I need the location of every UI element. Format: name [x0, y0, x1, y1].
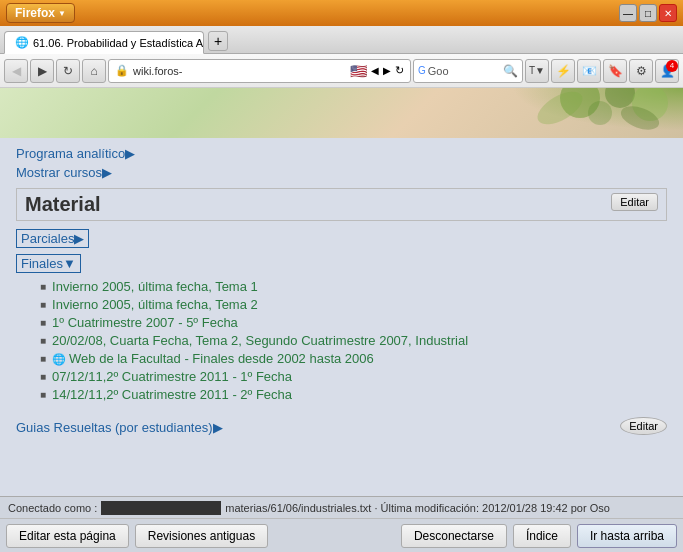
search-text: Goo: [428, 65, 449, 77]
content-area: Programa analítico▶ Mostrar cursos▶ Edit…: [0, 138, 683, 496]
bullet-icon: ■: [40, 317, 46, 328]
svg-point-3: [588, 101, 612, 125]
edit-top-button[interactable]: Editar: [611, 193, 658, 211]
address-text: wiki.foros-: [133, 65, 346, 77]
home-button[interactable]: ⌂: [82, 59, 106, 83]
app-window: Firefox ▼ — □ ✕ 🌐 61.06. Probabilidad y …: [0, 0, 683, 552]
forward-button[interactable]: ▶: [30, 59, 54, 83]
section-title: Material: [25, 193, 101, 215]
search-engine-icon: G: [418, 65, 426, 76]
editar-pagina-button[interactable]: Editar esta página: [6, 524, 129, 548]
list-item: ■ Web de la Facultad - Finales desde 200…: [40, 351, 667, 366]
firefox-label: Firefox: [15, 6, 55, 20]
navigation-bar: ◀ ▶ ↻ ⌂ 🔒 wiki.foros- 🇺🇸 ◀ ▶ ↻ G Goo 🔍 T…: [0, 54, 683, 88]
reload-small: ↻: [395, 64, 404, 77]
finales-link[interactable]: Finales▼: [16, 254, 81, 273]
tab-favicon: 🌐: [15, 36, 29, 49]
bullet-icon: ■: [40, 299, 46, 310]
status-bar: Conectado como : materias/61/06/industri…: [0, 496, 683, 518]
search-bar[interactable]: G Goo 🔍: [413, 59, 523, 83]
window-controls: — □ ✕: [619, 4, 677, 22]
minimize-button[interactable]: —: [619, 4, 637, 22]
list-item: ■ 07/12/11,2º Cuatrimestre 2011 - 1º Fec…: [40, 369, 667, 384]
new-tab-button[interactable]: +: [208, 31, 228, 51]
translate-btn[interactable]: T▼: [525, 59, 549, 83]
parciales-subsection: Parciales▶: [16, 229, 667, 248]
svg-point-1: [605, 88, 635, 108]
edit-bottom-container: Editar: [620, 413, 667, 435]
material-section: Editar Material: [16, 188, 667, 221]
nav-arrow-2: ▶: [383, 65, 391, 76]
list-item: ■ 20/02/08, Cuarta Fecha, Tema 2, Segund…: [40, 333, 667, 348]
reload-button[interactable]: ↻: [56, 59, 80, 83]
ir-hasta-arriba-button[interactable]: Ir hasta arriba: [577, 524, 677, 548]
firefox-menu-button[interactable]: Firefox ▼: [6, 3, 75, 23]
item-link-2[interactable]: 1º Cuatrimestre 2007 - 5º Fecha: [52, 315, 238, 330]
page-content: Programa analítico▶ Mostrar cursos▶ Edit…: [0, 138, 683, 496]
tools-btn-1[interactable]: ⚡: [551, 59, 575, 83]
back-button[interactable]: ◀: [4, 59, 28, 83]
tools-btn-2[interactable]: 📧: [577, 59, 601, 83]
search-icon[interactable]: 🔍: [503, 64, 518, 78]
tab-title: 61.06. Probabilidad y Estadística A (ind…: [33, 37, 204, 49]
list-item: ■ Invierno 2005, última fecha, Tema 1: [40, 279, 667, 294]
finales-subsection: Finales▼: [16, 254, 667, 273]
list-item: ■ Invierno 2005, última fecha, Tema 2: [40, 297, 667, 312]
tools-btn-4[interactable]: ⚙: [629, 59, 653, 83]
bottom-bar: Editar esta página Revisiones antiguas D…: [0, 518, 683, 552]
list-item: ■ 14/12/11,2º Cuatrimestre 2011 - 2º Fec…: [40, 387, 667, 402]
active-tab[interactable]: 🌐 61.06. Probabilidad y Estadística A (i…: [4, 31, 204, 54]
banner-svg: [0, 88, 683, 138]
tools-btn-3[interactable]: 🔖: [603, 59, 627, 83]
finales-items-list: ■ Invierno 2005, última fecha, Tema 1 ■ …: [40, 279, 667, 402]
parciales-link[interactable]: Parciales▶: [16, 229, 89, 248]
tab-bar: 🌐 61.06. Probabilidad y Estadística A (i…: [0, 26, 683, 54]
top-nav-links: Programa analítico▶ Mostrar cursos▶: [16, 146, 667, 180]
bullet-icon: ■: [40, 335, 46, 346]
programa-analitico-link[interactable]: Programa analítico▶: [16, 146, 667, 161]
item-link-0[interactable]: Invierno 2005, última fecha, Tema 1: [52, 279, 258, 294]
revisiones-button[interactable]: Revisiones antiguas: [135, 524, 268, 548]
page-banner: [0, 88, 683, 138]
item-link-4[interactable]: Web de la Facultad - Finales desde 2002 …: [52, 351, 374, 366]
mostrar-cursos-link[interactable]: Mostrar cursos▶: [16, 165, 667, 180]
nav-arrow-1: ◀: [371, 65, 379, 76]
bullet-icon: ■: [40, 389, 46, 400]
close-button[interactable]: ✕: [659, 4, 677, 22]
titlebar: Firefox ▼ — □ ✕: [0, 0, 683, 26]
lock-icon: 🔒: [115, 64, 129, 77]
connected-label: Conectado como :: [8, 502, 97, 514]
bullet-icon: ■: [40, 281, 46, 292]
address-bar[interactable]: 🔒 wiki.foros- 🇺🇸 ◀ ▶ ↻: [108, 59, 411, 83]
flag-icon: 🇺🇸: [350, 63, 367, 79]
bullet-icon: ■: [40, 353, 46, 364]
edit-bottom-button[interactable]: Editar: [620, 417, 667, 435]
item-link-3[interactable]: 20/02/08, Cuarta Fecha, Tema 2, Segundo …: [52, 333, 468, 348]
username-field: [101, 501, 221, 515]
firefox-menu-arrow: ▼: [58, 9, 66, 18]
desconectarse-button[interactable]: Desconectarse: [401, 524, 507, 548]
item-link-5[interactable]: 07/12/11,2º Cuatrimestre 2011 - 1º Fecha: [52, 369, 292, 384]
list-item: ■ 1º Cuatrimestre 2007 - 5º Fecha: [40, 315, 667, 330]
indice-button[interactable]: Índice: [513, 524, 571, 548]
notifications-btn[interactable]: 👤4: [655, 59, 679, 83]
item-link-6[interactable]: 14/12/11,2º Cuatrimestre 2011 - 2º Fecha: [52, 387, 292, 402]
maximize-button[interactable]: □: [639, 4, 657, 22]
bullet-icon: ■: [40, 371, 46, 382]
item-link-1[interactable]: Invierno 2005, última fecha, Tema 2: [52, 297, 258, 312]
status-path: materias/61/06/industriales.txt · Última…: [225, 502, 610, 514]
guias-resueltas-link[interactable]: Guias Resueltas (por estudiantes)▶: [16, 420, 223, 435]
bottom-section: Guias Resueltas (por estudiantes)▶ Edita…: [16, 412, 667, 435]
